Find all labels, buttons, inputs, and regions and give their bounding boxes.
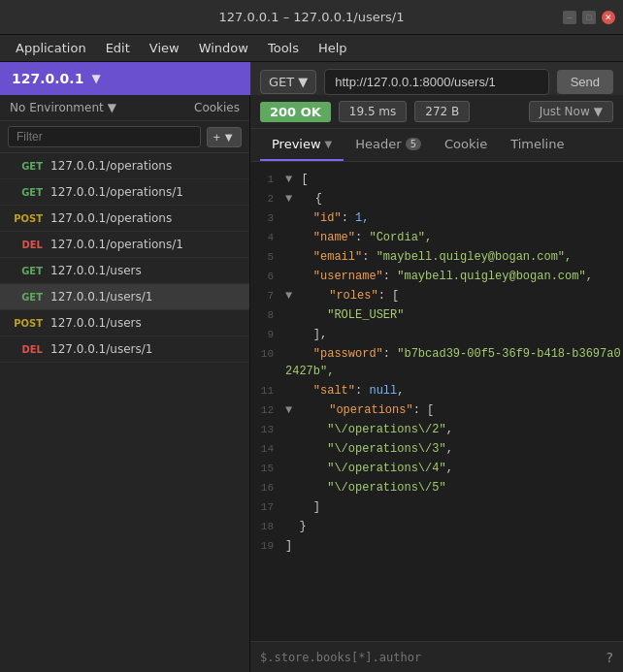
line-number: 3 (250, 209, 285, 227)
response-line: 19] (250, 536, 623, 556)
line-content: ] (285, 498, 320, 516)
request-item[interactable]: DEL127.0.0.1/operations/1 (0, 232, 249, 258)
response-line: 9 ], (250, 325, 623, 344)
request-item[interactable]: POST127.0.0.1/users (0, 310, 249, 336)
minimize-button[interactable]: – (563, 11, 576, 24)
request-item[interactable]: DEL127.0.0.1/users/1 (0, 336, 249, 363)
request-method-badge: POST (10, 318, 43, 329)
response-line: 1▼ [ (250, 170, 623, 189)
response-line: 2▼ { (250, 189, 623, 208)
line-content: ▼ { (285, 190, 322, 208)
timing-badge: 19.5 ms (339, 101, 407, 122)
response-line: 15 "\/operations\/4", (250, 459, 623, 478)
tab-header[interactable]: Header5 (344, 129, 433, 161)
query-bar: ? (250, 641, 623, 672)
add-request-button[interactable]: + ▼ (207, 127, 242, 147)
request-method-badge: DEL (10, 344, 43, 355)
maximize-button[interactable]: □ (582, 11, 596, 24)
line-content: } (285, 518, 307, 535)
title-bar: 127.0.0.1 – 127.0.0.1/users/1 – □ ✕ (0, 0, 623, 35)
response-line: 11 "salt": null, (250, 381, 623, 400)
collapse-icon[interactable]: ▼ (285, 289, 292, 303)
response-body: 1▼ [2▼ {3 "id": 1,4 "name": "Cordia",5 "… (250, 162, 623, 641)
tab-cookie[interactable]: Cookie (433, 129, 499, 161)
request-method-badge: POST (10, 213, 43, 224)
line-content: "email": "maybell.quigley@bogan.com", (285, 248, 572, 266)
method-label: GET (269, 75, 294, 89)
menu-item-edit[interactable]: Edit (98, 38, 138, 58)
tab-dropdown-icon: ▼ (325, 139, 333, 149)
add-icon: + (213, 130, 221, 144)
env-selector[interactable]: No Environment ▼ (10, 101, 116, 114)
line-content: ] (285, 537, 292, 555)
response-line: 12▼ "operations": [ (250, 400, 623, 420)
timestamp-label: Just Now (540, 105, 590, 118)
response-tabs: Preview▼Header5CookieTimeline (250, 129, 623, 162)
request-item[interactable]: POST127.0.0.1/operations (0, 206, 249, 232)
menu-item-window[interactable]: Window (191, 38, 256, 58)
line-number: 5 (250, 248, 285, 266)
response-line: 6 "username": "maybell.quigley@bogan.com… (250, 267, 623, 286)
line-number: 16 (250, 479, 285, 496)
send-button[interactable]: Send (557, 70, 613, 94)
filter-bar: + ▼ (0, 121, 249, 153)
tab-timeline[interactable]: Timeline (499, 129, 575, 161)
request-method-badge: GET (10, 187, 43, 198)
tab-label: Cookie (444, 137, 487, 151)
menu-item-help[interactable]: Help (311, 38, 355, 58)
menu-item-tools[interactable]: Tools (260, 38, 307, 58)
line-content: "password": "b7bcad39-00f5-36f9-b418-b36… (285, 345, 623, 380)
line-number: 6 (250, 268, 285, 285)
query-input[interactable] (260, 651, 601, 664)
line-content: ], (285, 326, 327, 343)
status-bar: 200 OK 19.5 ms 272 B Just Now ▼ (250, 95, 623, 129)
menu-item-view[interactable]: View (142, 38, 187, 58)
cookies-button[interactable]: Cookies (194, 101, 240, 114)
line-content: "\/operations\/5" (285, 479, 446, 496)
menu-item-application[interactable]: Application (8, 38, 94, 58)
env-arrow-icon: ▼ (108, 101, 116, 114)
sidebar-header: No Environment ▼ Cookies (0, 95, 249, 121)
instance-label: 127.0.0.1 (12, 71, 83, 86)
tab-preview[interactable]: Preview▼ (260, 129, 344, 161)
close-button[interactable]: ✕ (602, 11, 615, 24)
line-content: "name": "Cordia", (285, 229, 432, 246)
instance-dropdown-icon[interactable]: ▼ (91, 72, 100, 85)
request-url-label: 127.0.0.1/operations (50, 211, 172, 225)
line-content: ▼ [ (285, 171, 309, 188)
request-url-label: 127.0.0.1/operations/1 (50, 185, 183, 199)
line-content: "\/operations\/4", (285, 460, 453, 477)
method-selector[interactable]: GET ▼ (260, 70, 316, 94)
request-item[interactable]: GET127.0.0.1/operations/1 (0, 179, 249, 206)
line-number: 17 (250, 498, 285, 516)
add-dropdown-icon: ▼ (222, 130, 235, 144)
request-item[interactable]: GET127.0.0.1/users/1 (0, 284, 249, 310)
collapse-icon[interactable]: ▼ (285, 403, 292, 417)
collapse-icon[interactable]: ▼ (285, 173, 292, 186)
line-number: 13 (250, 421, 285, 438)
request-method-badge: GET (10, 161, 43, 172)
line-content: "\/operations\/3", (285, 440, 453, 458)
timestamp-badge[interactable]: Just Now ▼ (529, 101, 613, 122)
main-layout: No Environment ▼ Cookies + ▼ GET127.0.0.… (0, 95, 623, 672)
url-input[interactable] (324, 69, 548, 95)
title-bar-title: 127.0.0.1 – 127.0.0.1/users/1 (219, 10, 405, 24)
request-item[interactable]: GET127.0.0.1/operations (0, 153, 249, 179)
request-item[interactable]: GET127.0.0.1/users (0, 258, 249, 284)
line-number: 14 (250, 440, 285, 458)
line-content: ▼ "operations": [ (285, 401, 434, 419)
line-number: 9 (250, 326, 285, 343)
collapse-icon[interactable]: ▼ (285, 192, 292, 206)
request-url-label: 127.0.0.1/users (50, 316, 142, 330)
filter-input[interactable] (8, 126, 201, 147)
response-line: 16 "\/operations\/5" (250, 478, 623, 497)
tab-badge: 5 (406, 138, 421, 150)
help-icon[interactable]: ? (607, 650, 613, 665)
line-content: "username": "maybell.quigley@bogan.com", (285, 268, 593, 285)
request-method-badge: GET (10, 292, 43, 303)
response-line: 8 "ROLE_USER" (250, 305, 623, 325)
request-url-label: 127.0.0.1/operations/1 (50, 238, 183, 251)
sidebar: No Environment ▼ Cookies + ▼ GET127.0.0.… (0, 95, 250, 672)
right-panel: 200 OK 19.5 ms 272 B Just Now ▼ Preview▼… (250, 95, 623, 672)
line-content: "\/operations\/2", (285, 421, 453, 438)
